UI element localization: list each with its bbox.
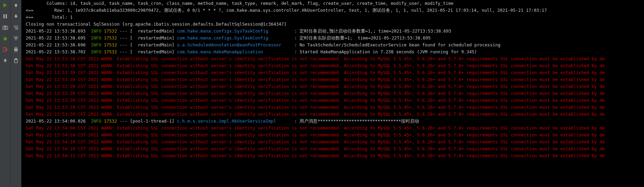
svg-rect-1 (6, 14, 7, 18)
wrap-icon[interactable] (13, 24, 19, 30)
log-line: 2021-05-22 13:54:00.026 INFO 17532 --- [… (26, 118, 644, 125)
log-msg: : 定时任务实际启动数量=1; time=2021-05-22T13:53:38… (292, 35, 431, 41)
svg-line-9 (6, 39, 7, 40)
log-sep: --- (117, 35, 130, 41)
log-line: Sat May 22 13:53:39 CST 2021 WARN: Estab… (26, 76, 644, 83)
svg-point-3 (5, 27, 6, 29)
log-warn-text: Sat May 22 13:53:38 CST 2021 WARN: Estab… (26, 56, 605, 61)
filter-icon[interactable] (13, 35, 19, 42)
log-text: Closing non transactional SqlSession [or… (26, 21, 287, 27)
log-pid: 17532 (104, 42, 117, 47)
log-warn-text: Sat May 22 13:53:39 CST 2021 WARN: Estab… (26, 91, 605, 96)
log-sep (101, 28, 104, 34)
scroll-up-icon[interactable] (13, 2, 19, 8)
log-lvl: INFO (91, 118, 101, 124)
log-cls: com.hake.mana.HakeManaApplication (177, 49, 292, 54)
log-line: Sat May 22 13:54:10 CST 2021 WARN: Estab… (26, 132, 644, 139)
trash-icon[interactable] (13, 57, 19, 64)
print-icon[interactable] (13, 46, 19, 53)
log-msg: : No TaskScheduler/ScheduledExecutorServ… (292, 42, 501, 47)
log-sep: --- (117, 49, 130, 54)
log-cls: c.h.m.s.service.impl.HkUserServiceImpl (177, 118, 292, 124)
pause-icon[interactable] (2, 13, 8, 19)
log-thr: [pool-1-thread-1] (130, 118, 177, 124)
log-lvl: INFO (91, 49, 101, 54)
log-line: <== Row: 1, 1e937c8ca9ab11eba323000c298f… (26, 7, 644, 14)
log-warn-text: Sat May 22 13:53:39 CST 2021 WARN: Estab… (26, 84, 605, 89)
log-cls: s.a.ScheduledAnnotationBeanPostProcessor (177, 42, 292, 47)
log-line: Sat May 22 13:53:39 CST 2021 WARN: Estab… (26, 104, 644, 111)
log-warn-text: Sat May 22 13:53:39 CST 2021 WARN: Estab… (26, 98, 605, 103)
log-msg: : Started HakeManaApplication in 7.238 s… (292, 49, 477, 54)
log-warn-text: Sat May 22 13:53:39 CST 2021 WARN: Estab… (26, 77, 605, 82)
svg-rect-11 (14, 37, 18, 37)
log-thr: [ restartedMain] (130, 35, 177, 41)
camera-icon[interactable] (2, 24, 8, 30)
svg-rect-16 (15, 50, 17, 52)
log-pid: 17532 (104, 28, 117, 34)
log-line: Columns: id, task_uuid, task_name, task_… (26, 0, 644, 7)
log-ts: 2021-05-22 13:53:38.702 (26, 49, 91, 54)
log-sep (101, 118, 104, 124)
log-sep (101, 35, 104, 41)
rerun-icon[interactable] (2, 2, 8, 8)
log-line: Sat May 22 13:54:11 CST 2021 WARN: Estab… (26, 152, 644, 159)
log-warn-text: Sat May 22 13:54:11 CST 2021 WARN: Estab… (26, 153, 605, 158)
log-line: 2021-05-22 13:53:38.696 INFO 17532 --- [… (26, 42, 644, 48)
app-frame: Columns: id, task_uuid, task_name, task_… (0, 0, 644, 187)
log-text: <== Total: 1 (26, 15, 72, 20)
log-line: <== Total: 1 (26, 14, 644, 21)
log-line: 2021-05-22 13:53:38.702 INFO 17532 --- [… (26, 48, 644, 55)
log-line: Closing non transactional SqlSession [or… (26, 21, 644, 28)
log-pid: 17532 (104, 118, 117, 124)
log-thr: [ restartedMain] (130, 49, 177, 54)
log-line: Sat May 22 13:53:39 CST 2021 WARN: Estab… (26, 90, 644, 97)
run-toolbar (0, 0, 11, 187)
console-output[interactable]: Columns: id, task_uuid, task_name, task_… (21, 0, 644, 187)
log-msg: : 定时任务启动,预计启动任务数量=1,; time=2021-05-22T13… (292, 28, 451, 34)
log-ts: 2021-05-22 13:54:00.026 (26, 118, 91, 124)
log-line: Sat May 22 13:53:39 CST 2021 WARN: Estab… (26, 83, 644, 90)
log-thr: [ restartedMain] (130, 28, 177, 34)
log-text: <== Row: 1, 1e937c8ca9ab11eba323000c298f… (26, 8, 547, 13)
log-line: Sat May 22 13:54:08 CST 2021 WARN: Estab… (26, 125, 644, 132)
log-line: Sat May 22 13:54:10 CST 2021 WARN: Estab… (26, 145, 644, 152)
log-lvl: INFO (91, 42, 101, 47)
log-cls: com.hake.mana.configs.SysTaskConfig (177, 35, 292, 41)
log-warn-text: Sat May 22 13:54:10 CST 2021 WARN: Estab… (26, 139, 605, 144)
log-sep: --- (117, 28, 130, 34)
log-line: 2021-05-22 13:53:38.695 INFO 17532 --- [… (26, 35, 644, 42)
pin-icon[interactable] (2, 57, 8, 64)
log-line: 2021-05-22 13:53:38.693 INFO 17532 --- [… (26, 28, 644, 35)
log-pid: 17532 (104, 49, 117, 54)
log-msg: : 用户消息********************************按时… (292, 118, 419, 124)
svg-rect-18 (14, 59, 18, 60)
log-warn-text: Sat May 22 13:54:08 CST 2021 WARN: Estab… (26, 125, 605, 131)
log-line: Sat May 22 13:53:39 CST 2021 WARN: Estab… (26, 97, 644, 104)
log-sep (101, 49, 104, 54)
log-ts: 2021-05-22 13:53:38.695 (26, 35, 91, 41)
bug-icon[interactable] (2, 35, 8, 42)
log-sep: --- (117, 42, 130, 47)
scroll-down-icon[interactable] (13, 13, 19, 19)
svg-point-5 (4, 37, 7, 41)
svg-rect-15 (15, 47, 17, 49)
svg-rect-19 (15, 58, 17, 59)
exit-icon[interactable] (2, 46, 8, 53)
log-sep (101, 42, 104, 47)
log-cls: com.hake.mana.configs.SysTaskConfig (177, 28, 292, 34)
svg-rect-13 (15, 39, 17, 40)
log-sep: --- (117, 118, 130, 124)
log-line: Sat May 22 13:53:39 CST 2021 WARN: Estab… (26, 111, 644, 118)
log-pid: 17532 (104, 35, 117, 41)
log-text: Columns: id, task_uuid, task_name, task_… (26, 1, 453, 6)
log-warn-text: Sat May 22 13:54:10 CST 2021 WARN: Estab… (26, 132, 605, 137)
log-ts: 2021-05-22 13:53:38.696 (26, 42, 91, 47)
svg-rect-0 (3, 14, 5, 18)
svg-rect-17 (15, 60, 17, 63)
log-line: Sat May 22 13:53:39 CST 2021 WARN: Estab… (26, 69, 644, 76)
log-ts: 2021-05-22 13:53:38.693 (26, 28, 91, 34)
log-lvl: INFO (91, 35, 101, 41)
log-line: Sat May 22 13:53:38 CST 2021 WARN: Estab… (26, 62, 644, 69)
log-line: Sat May 22 13:53:38 CST 2021 WARN: Estab… (26, 55, 644, 62)
